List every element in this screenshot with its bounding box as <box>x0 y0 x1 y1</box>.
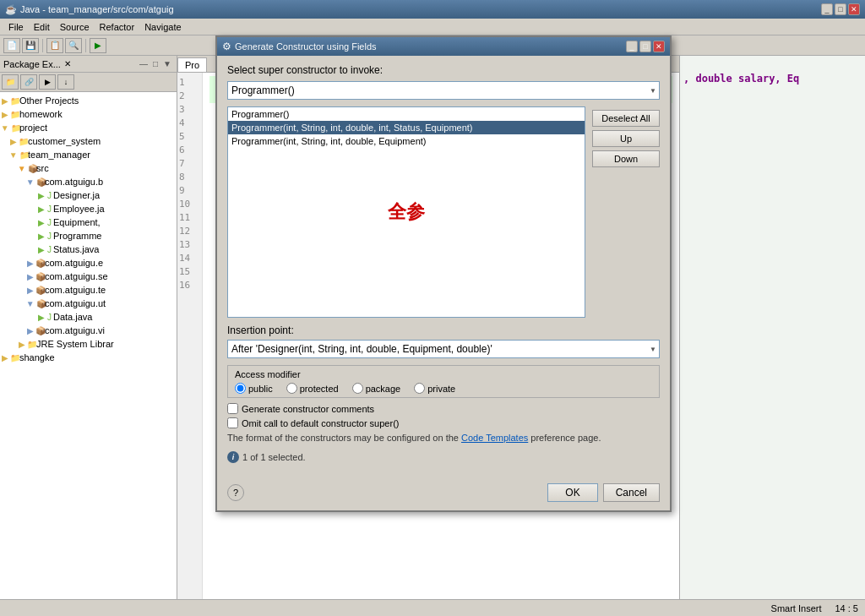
tree-item-project[interactable]: ▼ 📁 project <box>0 121 177 134</box>
tree-label-team-manager: team_manager <box>28 150 90 160</box>
tree-item-com-atguigu-e[interactable]: ▶ 📦 com.atguigu.e <box>0 256 177 270</box>
tree-item-com-atguigu-se[interactable]: ▶ 📦 com.atguigu.se <box>0 270 177 283</box>
tree-item-src[interactable]: ▼ 📦 src <box>0 161 177 175</box>
tree-label-com-atguigu-b: com.atguigu.b <box>45 177 103 187</box>
tree-label-com-atguigu-vi: com.atguigu.vi <box>45 325 105 335</box>
tree-item-data-java[interactable]: ▶ J Data.java <box>0 310 177 324</box>
explorer-btn-4[interactable]: ↓ <box>57 74 74 90</box>
explorer-btn-3[interactable]: ▶ <box>39 74 56 90</box>
tree-item-status[interactable]: ▶ J Status.java <box>0 243 177 256</box>
menu-refactor[interactable]: Refactor <box>95 21 140 33</box>
radio-private-input[interactable] <box>414 383 425 394</box>
watermark-text: 全参 <box>388 199 425 225</box>
tree-label-homework: homework <box>19 109 63 119</box>
selected-count-label: 1 of 1 selected. <box>242 452 306 462</box>
toolbar-new[interactable]: 📄 <box>3 38 20 53</box>
explorer-btn-1[interactable]: 📁 <box>2 74 19 90</box>
dialog-title-label: Generate Constructor using Fields <box>235 41 377 52</box>
radio-public[interactable]: public <box>235 383 273 394</box>
cancel-button[interactable]: Cancel <box>603 483 660 502</box>
tree-item-homework[interactable]: ▶ 📁 homework <box>0 107 177 121</box>
folder-icon-5: ▼ 📁 <box>14 149 25 161</box>
ok-button[interactable]: OK <box>547 483 597 502</box>
up-button[interactable]: Up <box>592 130 660 147</box>
insertion-dropdown-container: After 'Designer(int, String, int, double… <box>227 340 660 358</box>
editor-tab-pro[interactable]: Pro <box>177 57 207 72</box>
tree-label-shangke: shangke <box>19 352 55 363</box>
menu-navigate[interactable]: Navigate <box>139 21 186 33</box>
super-constructor-dropdown[interactable]: Programmer()Programmer(int, String, int,… <box>227 81 660 100</box>
toolbar-save[interactable]: 💾 <box>22 38 39 53</box>
checkbox-omit-label: Omit call to default constructor super() <box>242 418 399 428</box>
explorer-btn-2[interactable]: 🔗 <box>20 74 37 90</box>
java-icon-3: ▶ J <box>39 216 51 228</box>
tree-label-com-atguigu-te: com.atguigu.te <box>45 285 106 295</box>
menu-bar: File Edit Source Refactor Navigate <box>0 19 865 35</box>
tree-item-team-manager[interactable]: ▼ 📁 team_manager <box>0 148 177 161</box>
down-button[interactable]: Down <box>592 150 660 167</box>
info-text-after: preference page. <box>530 433 601 443</box>
constructor-item-0[interactable]: Programmer() <box>228 107 585 121</box>
package-explorer-x-icon[interactable]: ✕ <box>64 59 71 68</box>
tree-item-com-atguigu-vi[interactable]: ▶ 📦 com.atguigu.vi <box>0 324 177 337</box>
insertion-point-dropdown[interactable]: After 'Designer(int, String, int, double… <box>227 340 660 358</box>
tree-item-jre-system[interactable]: ▶ 📁 JRE System Librar <box>0 337 177 351</box>
tree-label-other-projects: Other Projects <box>19 95 79 106</box>
tree-label-employee: Employee.ja <box>53 204 105 214</box>
toolbar-copy[interactable]: 📋 <box>46 38 63 53</box>
tree-item-designer[interactable]: ▶ J Designer.ja <box>0 188 177 202</box>
radio-package-input[interactable] <box>352 383 363 394</box>
dialog-maximize-button[interactable]: □ <box>639 41 651 52</box>
tree-label-com-atguigu-e: com.atguigu.e <box>45 258 103 268</box>
checkbox-comments-label: Generate constructor comments <box>242 404 374 414</box>
tree-label-customer-system: customer_system <box>28 136 101 146</box>
java-icon-1: ▶ J <box>39 189 51 201</box>
radio-private[interactable]: private <box>414 383 455 394</box>
toolbar-run[interactable]: ▶ <box>90 38 106 53</box>
package-icon-1: ▼ 📦 <box>30 176 42 188</box>
dialog-close-button[interactable]: ✕ <box>653 41 665 52</box>
tree-item-shangke[interactable]: ▶ 📁 shangke <box>0 351 177 364</box>
menu-file[interactable]: File <box>3 21 29 33</box>
help-button[interactable]: ? <box>227 484 244 501</box>
deselect-all-button[interactable]: Deselect All <box>592 110 660 127</box>
code-templates-link[interactable]: Code Templates <box>461 433 528 443</box>
tree-item-programmer[interactable]: ▶ J Programme <box>0 229 177 243</box>
title-bar-left: ☕ Java - team_manager/src/com/atguig <box>5 4 174 15</box>
tree-item-equipment[interactable]: ▶ J Equipment, <box>0 215 177 229</box>
toolbar-search[interactable]: 🔍 <box>65 38 82 53</box>
maximize-button[interactable]: □ <box>835 3 846 15</box>
folder-icon-3: ▼ 📁 <box>5 122 17 134</box>
checkbox-omit-super[interactable] <box>227 417 238 428</box>
constructor-item-2[interactable]: Programmer(int, String, int, double, Equ… <box>228 134 585 148</box>
panel-menu-button[interactable]: ▼ <box>161 59 173 68</box>
constructor-item-1[interactable]: Programmer(int, String, int, double, int… <box>228 121 585 134</box>
panel-minimize-button[interactable]: — <box>138 59 150 68</box>
package-icon-4: ▶ 📦 <box>30 284 42 296</box>
radio-protected[interactable]: protected <box>286 383 339 394</box>
panel-maximize-button[interactable]: □ <box>151 59 160 68</box>
constructor-list-box[interactable]: Programmer() Programmer(int, String, int… <box>227 106 585 318</box>
radio-protected-input[interactable] <box>286 383 297 394</box>
title-bar-controls: _ □ ✕ <box>821 3 860 15</box>
checkbox-generate-comments[interactable] <box>227 403 238 414</box>
tree-container: ▶ 📁 Other Projects ▶ 📁 homework ▼ 📁 proj… <box>0 92 177 599</box>
tree-item-employee[interactable]: ▶ J Employee.ja <box>0 202 177 215</box>
explorer-toolbar: 📁 🔗 ▶ ↓ <box>0 73 177 92</box>
dialog-minimize-button[interactable]: _ <box>626 41 638 52</box>
tree-item-other-projects[interactable]: ▶ 📁 Other Projects <box>0 94 177 107</box>
menu-source[interactable]: Source <box>55 21 95 33</box>
package-explorer-label: Package Ex... <box>3 59 61 69</box>
toolbar-separator-1 <box>42 39 43 52</box>
radio-public-input[interactable] <box>235 383 246 394</box>
menu-edit[interactable]: Edit <box>29 21 55 33</box>
close-button[interactable]: ✕ <box>848 3 860 15</box>
tree-item-customer-system[interactable]: ▶ 📁 customer_system <box>0 134 177 148</box>
tree-item-com-atguigu-ut[interactable]: ▼ 📦 com.atguigu.ut <box>0 297 177 310</box>
minimize-button[interactable]: _ <box>821 3 833 15</box>
toolbar-separator-2 <box>85 39 86 52</box>
tree-item-com-atguigu-te[interactable]: ▶ 📦 com.atguigu.te <box>0 283 177 297</box>
access-modifier-group: Access modifier public protected package <box>227 365 660 398</box>
radio-package[interactable]: package <box>352 383 401 394</box>
tree-item-com-atguigu-b[interactable]: ▼ 📦 com.atguigu.b <box>0 175 177 188</box>
